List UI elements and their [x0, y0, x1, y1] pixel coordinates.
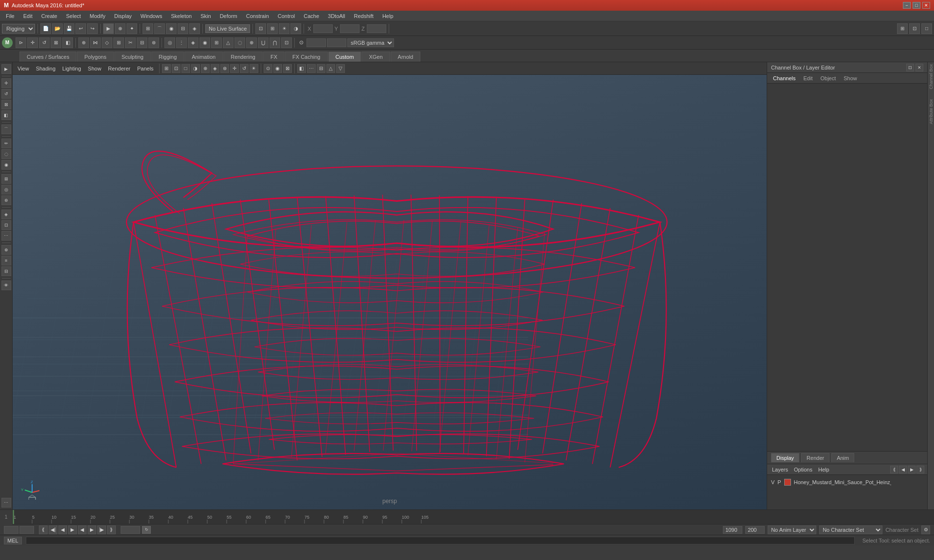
- display-lt-btn[interactable]: 👁: [1, 280, 11, 290]
- append-btn[interactable]: ⊡: [281, 37, 292, 48]
- vp-icon-10[interactable]: ☀: [250, 64, 258, 73]
- cluster-lt-btn[interactable]: ⊛: [1, 195, 11, 205]
- tab-xgen[interactable]: XGen: [361, 52, 390, 62]
- timeline-ruler[interactable]: 1 5 10 15 20 25 30 35 40 45 50: [13, 510, 934, 524]
- menu-modify[interactable]: Modify: [86, 12, 109, 20]
- vp-icon-11[interactable]: ⊙: [264, 64, 272, 73]
- save-file-btn[interactable]: 💾: [64, 23, 74, 34]
- fill-hole-btn[interactable]: ⊞: [211, 37, 222, 48]
- distribute-lt-btn[interactable]: ⊟: [1, 266, 11, 276]
- range-start-input[interactable]: [723, 526, 742, 534]
- lasso-tool-btn[interactable]: ⊕: [115, 23, 126, 34]
- vp-icon-8[interactable]: ✛: [230, 64, 239, 73]
- rp-tab-channels[interactable]: Channels: [771, 74, 797, 82]
- frame-current-input[interactable]: 1: [19, 526, 34, 534]
- lp-tab-anim[interactable]: Anim: [831, 453, 854, 462]
- rotate-tool-btn[interactable]: ↺: [39, 37, 50, 48]
- combine-btn[interactable]: ⋃: [258, 37, 269, 48]
- menu-redshift[interactable]: Redshift: [350, 12, 377, 20]
- layer-v-btn[interactable]: V: [771, 479, 774, 485]
- vp-view-menu[interactable]: View: [15, 65, 32, 72]
- redo-btn[interactable]: ↪: [87, 23, 98, 34]
- single-view-btn[interactable]: □: [921, 23, 932, 34]
- move-lt-btn[interactable]: ✛: [1, 78, 11, 88]
- tab-animation[interactable]: Animation: [184, 52, 223, 62]
- vp-shading-menu[interactable]: Shading: [33, 65, 58, 72]
- universal-lt-btn[interactable]: ◧: [1, 110, 11, 120]
- lp-help-menu[interactable]: Help: [816, 467, 831, 472]
- snap-point-btn[interactable]: ◉: [166, 23, 177, 34]
- frame-end-input[interactable]: 120: [121, 526, 140, 534]
- snap-grid-btn[interactable]: ⊞: [143, 23, 153, 34]
- vp-icon-17[interactable]: △: [326, 64, 335, 73]
- tab-arnold[interactable]: Arnold: [391, 52, 421, 62]
- orient-lt-btn[interactable]: ⊕: [1, 245, 11, 255]
- menu-deform[interactable]: Deform: [216, 12, 241, 20]
- misc-lt-btn[interactable]: ⋯: [1, 498, 11, 508]
- rp-float-btn[interactable]: ⊡: [906, 64, 914, 71]
- paint-lt-btn[interactable]: ✏: [1, 139, 11, 148]
- lp-tab-render[interactable]: Render: [801, 453, 829, 462]
- layer-p-btn[interactable]: P: [777, 479, 781, 485]
- range-end-input[interactable]: [745, 526, 765, 534]
- open-file-btn[interactable]: 📂: [52, 23, 63, 34]
- bevel-btn[interactable]: ◇: [102, 37, 112, 48]
- vp-panels-menu[interactable]: Panels: [134, 65, 157, 72]
- sculpt-lt-btn[interactable]: ◌: [1, 149, 11, 159]
- character-set-select[interactable]: No Character Set: [819, 525, 882, 534]
- menu-display[interactable]: Display: [110, 12, 136, 20]
- menu-windows[interactable]: Windows: [137, 12, 166, 20]
- next-frame-btn[interactable]: ▶: [88, 525, 96, 534]
- close-button[interactable]: ✕: [922, 2, 930, 9]
- soft-select-btn[interactable]: ◎: [164, 37, 175, 48]
- rp-tab-edit[interactable]: Edit: [801, 74, 814, 82]
- no-live-surface-btn[interactable]: No Live Surface: [205, 24, 250, 33]
- go-end-btn[interactable]: ⟫: [107, 525, 116, 534]
- frame-start-input[interactable]: 1: [4, 526, 18, 534]
- snap-curve-lt-btn[interactable]: ⋯: [1, 231, 11, 241]
- vp-icon-3[interactable]: □: [181, 64, 190, 73]
- menu-help[interactable]: Help: [378, 12, 397, 20]
- snap-view-btn[interactable]: ⊟: [178, 23, 188, 34]
- transform-tool-btn[interactable]: ◧: [62, 37, 73, 48]
- grid-layout-btn[interactable]: ⊞: [897, 23, 908, 34]
- menu-skin[interactable]: Skin: [197, 12, 215, 20]
- reduce-btn[interactable]: △: [223, 37, 234, 48]
- menu-edit[interactable]: Edit: [19, 12, 36, 20]
- vp-icon-2[interactable]: ⊡: [172, 64, 180, 73]
- lp-tab-display[interactable]: Display: [771, 453, 799, 462]
- tab-curves-surfaces[interactable]: Curves / Surfaces: [19, 52, 76, 62]
- play-btn[interactable]: ▶: [68, 525, 77, 534]
- four-view-btn[interactable]: ⊡: [909, 23, 920, 34]
- vp-icon-15[interactable]: ⋯: [307, 64, 316, 73]
- lp-nav-first[interactable]: ⟪: [890, 466, 898, 473]
- loop-cut-btn[interactable]: ⊞: [113, 37, 124, 48]
- move-tool-btn[interactable]: ✛: [27, 37, 38, 48]
- next-key-btn[interactable]: |▶: [97, 525, 106, 534]
- menu-3dtoall[interactable]: 3DtoAll: [324, 12, 349, 20]
- separate-btn[interactable]: ⋂: [269, 37, 280, 48]
- stamp-lt-btn[interactable]: ◉: [1, 160, 11, 170]
- go-start-btn[interactable]: ⟪: [39, 525, 48, 534]
- render-btn[interactable]: ⊡: [255, 23, 266, 34]
- menu-control[interactable]: Control: [274, 12, 299, 20]
- rp-close-btn[interactable]: ✕: [916, 64, 923, 71]
- vp-icon-5[interactable]: ⊕: [201, 64, 210, 73]
- prev-frame-btn[interactable]: ◀: [58, 525, 67, 534]
- detach-btn[interactable]: ◉: [199, 37, 210, 48]
- tab-fx[interactable]: FX: [263, 52, 285, 62]
- boolean-btn[interactable]: ⊕: [246, 37, 257, 48]
- prev-key-btn[interactable]: ◀|: [49, 525, 57, 534]
- scale-tool-btn[interactable]: ⊠: [51, 37, 61, 48]
- play-rev-btn[interactable]: ◀: [78, 525, 87, 534]
- frame-val-1[interactable]: 0.00: [306, 38, 326, 47]
- vp-icon-14[interactable]: ◧: [297, 64, 306, 73]
- display-mode-btn[interactable]: ☀: [279, 23, 289, 34]
- tab-fx-caching[interactable]: FX Caching: [285, 52, 327, 62]
- menu-constrain[interactable]: Constrain: [242, 12, 273, 20]
- new-file-btn[interactable]: 📄: [40, 23, 51, 34]
- lp-nav-prev[interactable]: ◀: [899, 466, 907, 473]
- lp-layers-menu[interactable]: Layers: [770, 467, 790, 472]
- tab-sculpting[interactable]: Sculpting: [114, 52, 151, 62]
- vp-icon-4[interactable]: ◑: [191, 64, 200, 73]
